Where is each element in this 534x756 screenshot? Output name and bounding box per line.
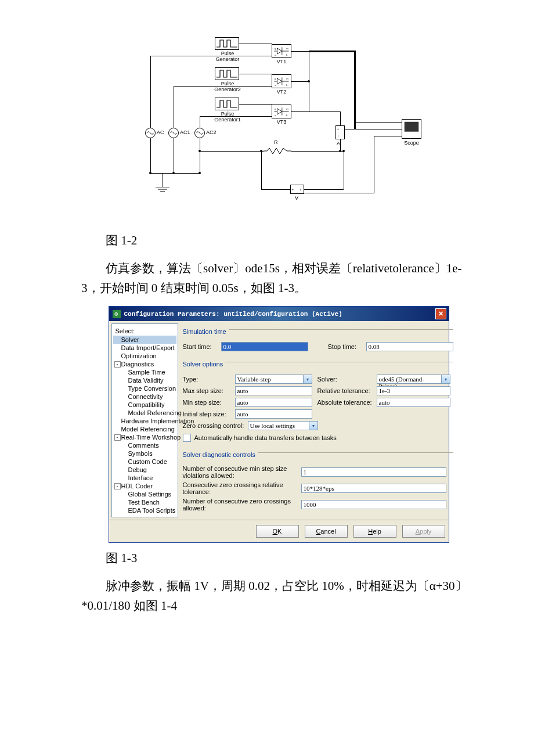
nmin-input[interactable]: 1 bbox=[301, 467, 446, 477]
ac1-label: AC1 bbox=[180, 129, 190, 135]
tree-item[interactable]: Global Settings bbox=[113, 490, 176, 498]
tree-item[interactable]: Symbols bbox=[113, 449, 176, 458]
tree-item[interactable]: Comments bbox=[113, 441, 176, 449]
vt3-block: gmak bbox=[272, 105, 291, 118]
tree-item-label: HDL Coder bbox=[121, 483, 153, 489]
type-select[interactable]: Variable-step bbox=[235, 375, 304, 384]
zero-crossing-select[interactable]: Use local settings bbox=[248, 421, 309, 430]
vt2-block: gmak bbox=[272, 74, 291, 88]
tree-item-label: Connectivity bbox=[128, 393, 163, 400]
stop-time-label: Stop time: bbox=[328, 343, 362, 350]
tree-item-label: EDA Tool Scripts bbox=[128, 507, 176, 514]
tree-item[interactable]: Data Validity bbox=[113, 376, 176, 384]
help-button[interactable]: Help bbox=[353, 525, 396, 538]
tree-item[interactable]: Type Conversion bbox=[113, 384, 176, 393]
minstep-input[interactable]: auto bbox=[235, 398, 312, 407]
close-icon[interactable]: ✕ bbox=[435, 308, 446, 319]
tree-collapse-icon[interactable]: - bbox=[114, 483, 121, 489]
tree-item[interactable]: Sample Time bbox=[113, 368, 176, 376]
tree-item[interactable]: -HDL Coder bbox=[113, 482, 176, 490]
nzc-input[interactable]: 1000 bbox=[301, 500, 446, 509]
tree-item[interactable]: EDA Tool Scripts bbox=[113, 506, 176, 514]
stop-time-input[interactable]: 0.08 bbox=[366, 342, 453, 351]
apply-button[interactable]: Apply bbox=[402, 525, 445, 538]
svg-text:+: + bbox=[292, 188, 294, 191]
simulink-diagram: PulseGenerator PulseGenerator2 PulseGene… bbox=[128, 35, 430, 215]
tree-item[interactable]: Hardware Implementation bbox=[113, 417, 176, 425]
reltol-label: Relative tolerance: bbox=[317, 387, 374, 394]
auto-handle-checkbox[interactable] bbox=[183, 434, 191, 442]
initstep-input[interactable]: auto bbox=[235, 409, 312, 419]
voltmeter-label: V bbox=[295, 195, 298, 201]
tree-item[interactable]: Interface bbox=[113, 474, 176, 482]
type-label: Type: bbox=[183, 376, 233, 383]
config-parameters-dialog: ⚙ Configuration Parameters: untitled/Con… bbox=[109, 306, 449, 543]
tree-item-label: Interface bbox=[128, 474, 153, 481]
simtime-group-title: Simulation time bbox=[183, 328, 226, 335]
svg-text:k: k bbox=[286, 84, 288, 87]
svg-text:v: v bbox=[300, 188, 302, 191]
svg-rect-29 bbox=[405, 122, 418, 132]
tree-item-label: Debug bbox=[128, 466, 147, 473]
minstep-label: Min step size: bbox=[183, 399, 233, 406]
cancel-button[interactable]: Cancel bbox=[305, 525, 348, 538]
chevron-down-icon[interactable]: ▾ bbox=[309, 421, 318, 430]
tree-item[interactable]: Custom Code bbox=[113, 458, 176, 466]
czrt-input[interactable]: 10*128*eps bbox=[301, 484, 446, 493]
chevron-down-icon[interactable]: ▾ bbox=[442, 375, 450, 384]
solver-diag-group-title: Solver diagnostic controls bbox=[183, 451, 255, 458]
initstep-label: Initial step size: bbox=[183, 411, 233, 417]
tree-select-label: Select: bbox=[113, 326, 176, 336]
tree-item[interactable]: Model Referencing bbox=[113, 425, 176, 433]
tree-item[interactable]: Optimization bbox=[113, 352, 176, 360]
ac0-block bbox=[145, 128, 156, 138]
tree-item[interactable]: Debug bbox=[113, 466, 176, 474]
ground-icon bbox=[156, 187, 169, 196]
tree-item[interactable]: Compatibility bbox=[113, 401, 176, 409]
tree-item-label: Symbols bbox=[128, 450, 153, 457]
tree-collapse-icon[interactable]: - bbox=[114, 361, 121, 368]
svg-text:m: m bbox=[286, 107, 288, 110]
start-time-input[interactable]: 0.0 bbox=[221, 342, 308, 351]
pulse-generator-3-block bbox=[215, 98, 239, 110]
svg-text:a: a bbox=[275, 114, 276, 117]
svg-text:a: a bbox=[275, 84, 276, 87]
tree-collapse-icon[interactable]: - bbox=[114, 434, 121, 441]
tree-item-label: Custom Code bbox=[128, 458, 167, 465]
ac2-block bbox=[194, 128, 205, 138]
ok-button[interactable]: OK bbox=[256, 525, 299, 538]
chevron-down-icon[interactable]: ▾ bbox=[304, 375, 312, 384]
dialog-button-row: OK Cancel Help Apply bbox=[109, 520, 449, 542]
figure-1-3-caption: 图 1-3 bbox=[81, 550, 476, 566]
tree-item-label: Type Conversion bbox=[128, 385, 176, 392]
solver-select[interactable]: ode45 (Dormand-Prince) bbox=[377, 375, 442, 384]
abstol-label: Absolute tolerance: bbox=[317, 399, 374, 406]
scope-label: Scope bbox=[401, 140, 422, 146]
dialog-titlebar[interactable]: ⚙ Configuration Parameters: untitled/Con… bbox=[109, 307, 449, 321]
tree-item-label: Global Settings bbox=[128, 491, 172, 498]
tree-item[interactable]: Model Referencing bbox=[113, 409, 176, 417]
pulse-generator-2-block bbox=[215, 67, 239, 80]
tree-item[interactable]: Test Bench bbox=[113, 498, 176, 506]
ammeter-block: +i bbox=[335, 125, 345, 139]
pulse-generator-3-label: PulseGenerator1 bbox=[214, 111, 241, 123]
solver-label: Solver: bbox=[317, 376, 374, 383]
tree-item-label: Data Validity bbox=[128, 377, 164, 384]
tree-pane[interactable]: Select: SolverData Import/ExportOptimiza… bbox=[111, 323, 178, 517]
ac1-block bbox=[168, 128, 179, 138]
solver-options-group-title: Solver options bbox=[183, 361, 223, 368]
tree-item[interactable]: Connectivity bbox=[113, 393, 176, 401]
tree-item[interactable]: -Diagnostics bbox=[113, 360, 176, 368]
tree-item[interactable]: -Real-Time Workshop bbox=[113, 433, 176, 441]
main-pane: Simulation time Start time: 0.0 Stop tim… bbox=[181, 321, 458, 520]
reltol-input[interactable]: 1e-3 bbox=[377, 386, 450, 395]
dialog-icon: ⚙ bbox=[113, 310, 121, 318]
svg-text:g: g bbox=[275, 107, 276, 110]
tree-item[interactable]: Data Import/Export bbox=[113, 344, 176, 352]
abstol-input[interactable]: auto bbox=[377, 398, 450, 407]
tree-item[interactable]: Solver bbox=[113, 336, 176, 344]
maxstep-input[interactable]: auto bbox=[235, 386, 312, 395]
svg-text:g: g bbox=[275, 77, 276, 80]
figure-1-2-caption: 图 1-2 bbox=[81, 232, 476, 249]
tree-item-label: Data Import/Export bbox=[121, 344, 175, 351]
